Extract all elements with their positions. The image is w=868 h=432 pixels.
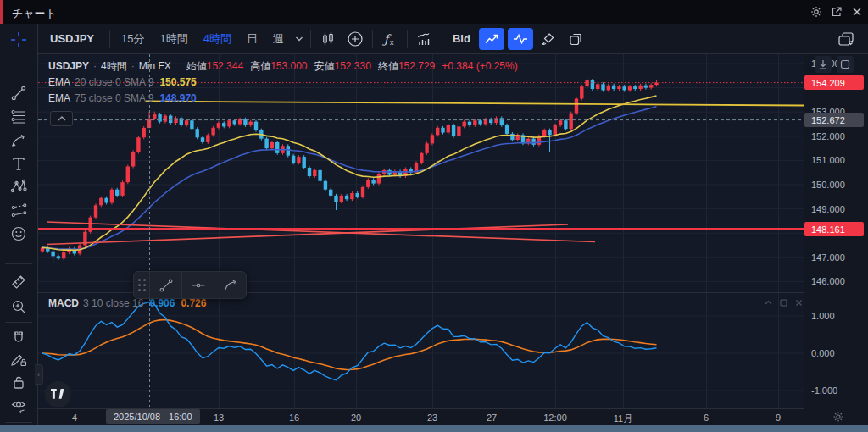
ema75-legend-row[interactable]: EMA 75 close 0 SMA 9 148.970 (48, 91, 518, 105)
indicator-icon[interactable] (411, 27, 438, 51)
paint-brush-icon[interactable] (535, 27, 562, 51)
chart-window: チャート USDJPY 15分1時間4時間日週 (0, 0, 868, 432)
high-label: 高値 (250, 59, 270, 74)
price-axis-label: -1.000 (811, 385, 837, 396)
collapse-legend-button[interactable] (50, 111, 73, 126)
symbol-button[interactable]: USDJPY (38, 27, 106, 51)
price-axis-label: 1.000 (811, 311, 835, 321)
time-axis-label: 20 (351, 413, 361, 423)
price-axis-label: 151.000 (811, 155, 845, 165)
crosshair-tool-icon[interactable] (0, 28, 37, 52)
titlebar[interactable]: チャート (0, 0, 868, 24)
drawing-sidebar (0, 24, 38, 425)
time-axis-label: 16 (289, 413, 299, 423)
timeframe-button[interactable]: 日 (239, 27, 265, 51)
candlestick-icon[interactable] (314, 27, 342, 51)
forecast-tool-icon[interactable] (0, 198, 37, 222)
pane-up-icon[interactable] (764, 298, 773, 307)
time-axis-label: 9 (776, 413, 781, 423)
timeframe-button[interactable]: 15分 (114, 27, 152, 51)
chevron-up-icon (58, 117, 65, 120)
trend-line-tool-icon[interactable] (0, 81, 37, 105)
window-title: チャート (12, 6, 57, 21)
brush-tool-icon[interactable] (0, 129, 37, 152)
main-toolbar: USDJPY 15分1時間4時間日週 ƒx Bid (38, 24, 868, 54)
macd-pane-controls (764, 298, 804, 307)
pane-close-icon[interactable] (794, 298, 804, 307)
legend-feed: Min FX (139, 60, 171, 72)
ema20-legend-row[interactable]: EMA 20 close 0 SMA 9 150.575 (48, 75, 518, 89)
line-chart-icon[interactable] (479, 28, 504, 50)
macd-signal-value: 0.726 (181, 297, 206, 309)
pane-maximize-icon[interactable] (779, 298, 788, 307)
crosshair-time-badge: 2025/10/08 16:00 (106, 409, 200, 424)
download-button[interactable] (815, 56, 832, 73)
price-axis-label: 150.000 (811, 180, 845, 190)
drawing-mode-lock-icon[interactable] (0, 346, 37, 370)
time-axis-label: 4 (72, 413, 77, 423)
alert-price-badge: 148.161 (804, 222, 864, 236)
open-value: 152.344 (207, 60, 243, 72)
time-axis-label: 6 (704, 413, 709, 423)
time-axis-label: 27 (487, 413, 497, 423)
time-axis-label: 12:00 (543, 413, 567, 423)
ohlc-legend-row: USDJPY · 4時間 · Min FX 始値152.344 高値153.00… (48, 59, 518, 73)
timeframe-button[interactable]: 週 (265, 27, 292, 51)
chart-canvas[interactable] (38, 54, 868, 425)
chevron-down-icon[interactable] (292, 27, 307, 51)
crosshair-price-badge: 152.672 (804, 113, 864, 127)
open-label: 始値 (186, 59, 207, 74)
window-bottom-edge (0, 425, 868, 432)
price-axis-label: 147.000 (811, 252, 845, 263)
price-axis-label: 146.000 (811, 276, 845, 286)
price-axis-label: 152.000 (811, 131, 845, 141)
macd-legend-row[interactable]: MACD 3 10 close 16 0.906 0.726 (48, 297, 206, 309)
time-axis-label: 11月 (614, 413, 632, 425)
tv-logo[interactable] (45, 381, 71, 407)
timeframe-button[interactable]: 1時間 (153, 27, 196, 51)
axis-gear-icon[interactable] (832, 411, 844, 426)
legend-timeframe: 4時間 (101, 59, 127, 74)
brush-icon[interactable] (214, 272, 246, 298)
floating-drawing-toolbar (133, 271, 247, 299)
close-label: 終値 (378, 59, 398, 74)
close-value: 152.729 (398, 60, 435, 72)
text-tool-icon[interactable] (0, 152, 37, 175)
hide-drawings-icon[interactable] (0, 394, 37, 418)
ema75-value: 148.970 (159, 92, 196, 104)
zoom-in-tool-icon[interactable] (0, 295, 37, 318)
close-icon[interactable] (851, 6, 863, 18)
pulse-icon[interactable] (508, 28, 533, 50)
lock-all-icon[interactable] (0, 370, 37, 394)
bid-button[interactable]: Bid (446, 27, 477, 51)
titlebar-accent (0, 0, 3, 24)
current-price-badge: 154.209 (804, 75, 864, 90)
popout-icon[interactable] (831, 6, 843, 18)
low-label: 安値 (314, 59, 335, 74)
change-value: +0.384 (+0.25%) (442, 60, 517, 72)
horizontal-line-icon[interactable] (181, 272, 214, 298)
fx-icon[interactable]: ƒx (376, 27, 403, 51)
plus-circle-icon[interactable] (342, 27, 369, 51)
high-value: 153.000 (270, 60, 307, 72)
maximize-button[interactable] (837, 56, 854, 73)
trend-line-icon[interactable] (149, 272, 181, 298)
gear-icon[interactable] (810, 6, 822, 18)
ema20-value: 150.575 (159, 76, 196, 88)
price-axis-label: 149.000 (811, 204, 845, 214)
flip-layout-icon[interactable] (832, 27, 860, 51)
timeframe-button[interactable]: 4時間 (196, 27, 239, 51)
legend-symbol: USDJPY (48, 60, 89, 72)
time-axis-label: 23 (427, 413, 437, 423)
emoji-tool-icon[interactable] (0, 222, 37, 246)
macd-value: 0.906 (149, 297, 175, 309)
ruler-tool-icon[interactable] (0, 270, 37, 294)
drag-handle[interactable] (134, 272, 149, 298)
svg-text:x: x (390, 38, 394, 47)
xabcd-pattern-tool-icon[interactable] (0, 174, 37, 198)
sidebar-collapse-handle[interactable]: ‹ (35, 364, 43, 385)
time-axis-label: 13 (214, 413, 224, 423)
layers-icon[interactable] (562, 27, 589, 51)
fib-retracement-tool-icon[interactable] (0, 105, 37, 129)
low-value: 152.330 (335, 60, 371, 72)
